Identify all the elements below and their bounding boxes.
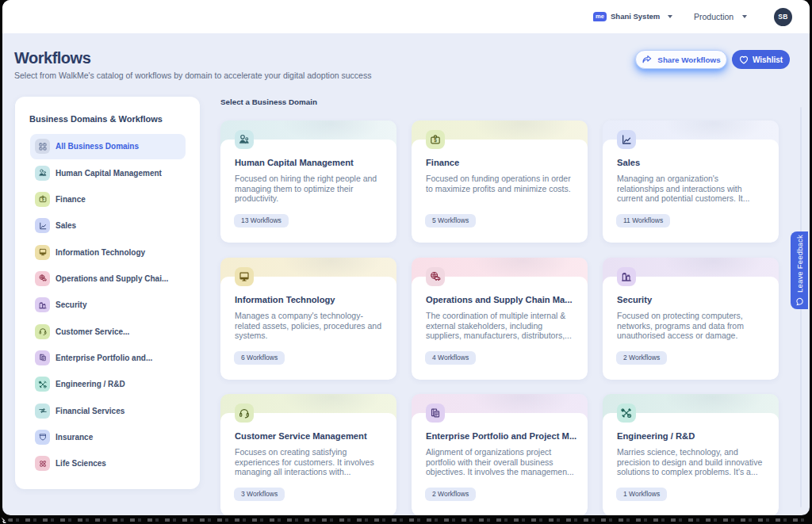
svg-text:$: $ [434,137,437,143]
svg-text:$: $ [41,198,44,202]
